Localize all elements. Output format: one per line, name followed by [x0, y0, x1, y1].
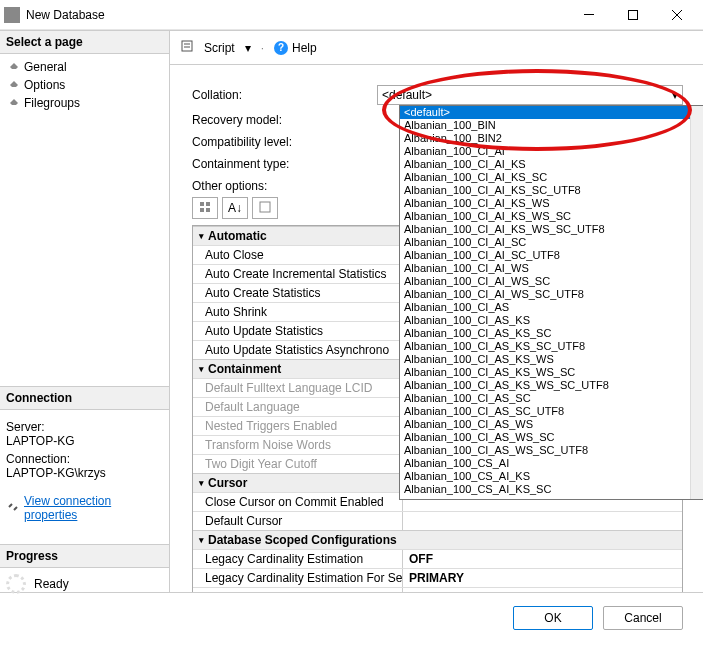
dropdown-item[interactable]: Albanian_100_CI_AS_WS_SC_UTF8: [400, 444, 703, 457]
property-name: Default Cursor: [193, 512, 403, 530]
dropdown-item[interactable]: Albanian_100_CI_AS: [400, 301, 703, 314]
svg-rect-1: [629, 10, 638, 19]
page-filegroups[interactable]: Filegroups: [6, 94, 163, 112]
svg-rect-8: [206, 202, 210, 206]
dropdown-item[interactable]: Albanian_100_CI_AI_WS: [400, 262, 703, 275]
dropdown-item[interactable]: Albanian_100_CI_AS_KS_SC: [400, 327, 703, 340]
dropdown-item[interactable]: <default>: [400, 106, 703, 119]
dropdown-item[interactable]: Albanian_100_CI_AI_WS_SC_UTF8: [400, 288, 703, 301]
collation-label: Collation:: [192, 88, 377, 102]
page-options[interactable]: Options: [6, 76, 163, 94]
progress-spinner-icon: [6, 574, 26, 594]
dropdown-item[interactable]: Albanian_100_CI_AS_KS_WS_SC: [400, 366, 703, 379]
dropdown-item[interactable]: Albanian_100_CI_AS_KS_SC_UTF8: [400, 340, 703, 353]
ok-button[interactable]: OK: [513, 606, 593, 630]
property-name: Auto Create Incremental Statistics: [193, 265, 403, 283]
script-button[interactable]: Script: [204, 41, 235, 55]
dropdown-item[interactable]: Albanian_100_CS_AI: [400, 457, 703, 470]
server-label: Server:: [6, 420, 163, 434]
svg-rect-11: [260, 202, 270, 212]
dropdown-item[interactable]: Albanian_100_CI_AS_WS_SC: [400, 431, 703, 444]
window-title: New Database: [26, 8, 567, 22]
dropdown-item[interactable]: Albanian_100_CI_AI_KS_SC_UTF8: [400, 184, 703, 197]
property-name: Auto Close: [193, 246, 403, 264]
dropdown-item[interactable]: Albanian_100_CI_AS_KS_WS: [400, 353, 703, 366]
app-icon: [4, 7, 20, 23]
select-page-header: Select a page: [0, 31, 169, 54]
chevron-down-icon: ▾: [199, 231, 204, 241]
alphabetical-button[interactable]: A↓: [222, 197, 248, 219]
progress-status: Ready: [34, 577, 69, 591]
page-list: General Options Filegroups: [0, 54, 169, 116]
property-row[interactable]: Default Cursor: [193, 511, 682, 530]
svg-rect-9: [200, 208, 204, 212]
dropdown-item[interactable]: Albanian_100_CS_AI_KS: [400, 470, 703, 483]
chevron-down-icon: ▾: [199, 535, 204, 545]
chevron-down-icon: ▾: [199, 478, 204, 488]
dropdown-item[interactable]: Albanian_100_CI_AI_KS_WS_SC: [400, 210, 703, 223]
dropdown-item[interactable]: Albanian_100_CI_AI_SC_UTF8: [400, 249, 703, 262]
dropdown-item[interactable]: Albanian_100_CI_AI_SC: [400, 236, 703, 249]
collation-select[interactable]: <default> ▾: [377, 85, 683, 105]
property-name: Legacy Cardinality Estimation: [193, 550, 403, 568]
property-name: Two Digit Year Cutoff: [193, 455, 403, 473]
svg-rect-4: [182, 41, 192, 51]
dropdown-item[interactable]: Albanian_100_BIN: [400, 119, 703, 132]
view-connection-link[interactable]: View connection properties: [24, 494, 163, 522]
connection-label: Connection:: [6, 452, 163, 466]
property-name: Legacy Cardinality Estimation For Second…: [193, 569, 403, 587]
property-name: Auto Create Statistics: [193, 284, 403, 302]
property-name: Close Cursor on Commit Enabled: [193, 493, 403, 511]
svg-rect-7: [200, 202, 204, 206]
dropdown-item[interactable]: Albanian_100_BIN2: [400, 132, 703, 145]
property-name: Transform Noise Words: [193, 436, 403, 454]
property-row[interactable]: Legacy Cardinality EstimationOFF: [193, 549, 682, 568]
property-name: Auto Shrink: [193, 303, 403, 321]
cancel-button[interactable]: Cancel: [603, 606, 683, 630]
dropdown-item[interactable]: Albanian_100_CI_AI_KS_SC: [400, 171, 703, 184]
toolbar-separator: ·: [261, 41, 264, 55]
script-dropdown-arrow-icon[interactable]: ▾: [245, 41, 251, 55]
dropdown-item[interactable]: Albanian_100_CI_AS_WS: [400, 418, 703, 431]
property-value[interactable]: [403, 512, 682, 530]
dropdown-item[interactable]: Albanian_100_CI_AI_KS: [400, 158, 703, 171]
dropdown-scrollbar[interactable]: [690, 106, 703, 499]
property-name: Max DOP: [193, 588, 403, 592]
compat-label: Compatibility level:: [192, 135, 377, 149]
property-value[interactable]: 0: [403, 588, 682, 592]
connection-header: Connection: [0, 386, 169, 410]
dropdown-item[interactable]: Albanian_100_CI_AI: [400, 145, 703, 158]
property-value[interactable]: PRIMARY: [403, 569, 682, 587]
property-name: Auto Update Statistics: [193, 322, 403, 340]
property-row[interactable]: Legacy Cardinality Estimation For Second…: [193, 568, 682, 587]
right-pane: Script ▾ · ? Help Collation: <default> ▾…: [170, 31, 703, 592]
category-header[interactable]: ▾Database Scoped Configurations: [193, 530, 682, 549]
dropdown-item[interactable]: Albanian_100_CI_AI_KS_WS: [400, 197, 703, 210]
close-button[interactable]: [655, 0, 699, 30]
page-general[interactable]: General: [6, 58, 163, 76]
chevron-down-icon: ▾: [199, 364, 204, 374]
server-value: LAPTOP-KG: [6, 434, 163, 448]
help-icon: ?: [274, 41, 288, 55]
properties-button[interactable]: [252, 197, 278, 219]
property-value[interactable]: OFF: [403, 550, 682, 568]
help-button[interactable]: ? Help: [274, 41, 317, 55]
dropdown-item[interactable]: Albanian_100_CI_AS_SC_UTF8: [400, 405, 703, 418]
property-row[interactable]: Max DOP0: [193, 587, 682, 592]
progress-header: Progress: [0, 544, 169, 568]
minimize-button[interactable]: [567, 0, 611, 30]
dropdown-item[interactable]: Albanian_100_CI_AI_WS_SC: [400, 275, 703, 288]
dropdown-item[interactable]: Albanian_100_CI_AI_KS_WS_SC_UTF8: [400, 223, 703, 236]
titlebar: New Database: [0, 0, 703, 30]
maximize-button[interactable]: [611, 0, 655, 30]
dropdown-item[interactable]: Albanian_100_CI_AS_SC: [400, 392, 703, 405]
dropdown-item[interactable]: Albanian_100_CI_AS_KS: [400, 314, 703, 327]
categorized-button[interactable]: [192, 197, 218, 219]
property-name: Nested Triggers Enabled: [193, 417, 403, 435]
dropdown-item[interactable]: Albanian_100_CI_AS_KS_WS_SC_UTF8: [400, 379, 703, 392]
link-icon: [6, 500, 20, 517]
chevron-down-icon: ▾: [672, 88, 678, 102]
dropdown-item[interactable]: Albanian_100_CS_AI_KS_SC: [400, 483, 703, 496]
property-name: Auto Update Statistics Asynchrono: [193, 341, 403, 359]
collation-dropdown-list[interactable]: <default>Albanian_100_BINAlbanian_100_BI…: [399, 105, 703, 500]
